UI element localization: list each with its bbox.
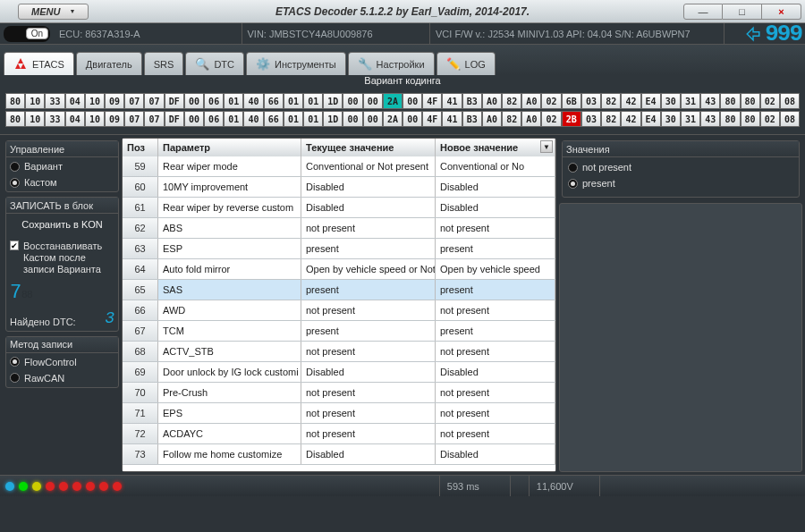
byte-cell[interactable]: 07	[124, 111, 144, 127]
byte-cell[interactable]: 10	[85, 111, 105, 127]
byte-cell[interactable]: 82	[601, 111, 621, 127]
byte-cell[interactable]: 00	[363, 111, 383, 127]
menu-button[interactable]: MENU	[18, 4, 89, 20]
table-row[interactable]: 66AWDnot presentnot present	[123, 300, 555, 321]
grid-body[interactable]: 59Rear wiper modeConventional or Not pre…	[123, 156, 555, 471]
byte-cell[interactable]: 80	[720, 111, 740, 127]
radio-not-present[interactable]: not present	[568, 162, 793, 173]
byte-cell[interactable]: 41	[442, 93, 462, 109]
byte-cell[interactable]: 04	[65, 111, 85, 127]
power-toggle[interactable]: On	[4, 26, 50, 42]
save-kon[interactable]: Сохранить в KON	[10, 219, 114, 230]
byte-cell[interactable]: 4F	[422, 111, 442, 127]
tab-srs[interactable]: SRS	[144, 52, 184, 75]
byte-cell[interactable]: 02	[541, 111, 561, 127]
byte-cell[interactable]: 1D	[323, 111, 343, 127]
table-row[interactable]: 72ACDAYCnot presentnot present	[123, 424, 555, 444]
radio-variant[interactable]: Вариант	[10, 161, 114, 172]
byte-cell[interactable]: 42	[621, 111, 640, 127]
byte-cell[interactable]: 31	[681, 111, 700, 127]
byte-cell[interactable]: E4	[641, 111, 661, 127]
byte-cell[interactable]: 31	[681, 93, 700, 109]
byte-cell[interactable]: 6B	[562, 93, 581, 109]
byte-cell[interactable]: A0	[482, 111, 502, 127]
byte-cell[interactable]: 66	[264, 111, 284, 127]
chevron-down-icon[interactable]: ▼	[540, 140, 553, 153]
byte-cell[interactable]: 03	[581, 93, 601, 109]
byte-cell[interactable]: 80	[741, 93, 760, 109]
table-row[interactable]: 6010MY improvementDisabledDisabled	[123, 177, 555, 198]
byte-cell[interactable]: A0	[482, 93, 502, 109]
byte-cell[interactable]: 80	[5, 93, 25, 109]
table-row[interactable]: 68ACTV_STBnot presentnot present	[123, 342, 555, 362]
byte-cell[interactable]: DF	[165, 93, 184, 109]
byte-cell[interactable]: 66	[264, 93, 284, 109]
byte-cell[interactable]: 40	[243, 93, 263, 109]
byte-cell[interactable]: 30	[661, 111, 681, 127]
byte-cell[interactable]: 02	[760, 93, 780, 109]
table-row[interactable]: 63ESPpresentpresent	[123, 239, 555, 259]
radio-present[interactable]: present	[568, 178, 793, 189]
tab-dtc[interactable]: 🔍DTC	[185, 52, 244, 75]
byte-cell[interactable]: A0	[521, 111, 541, 127]
radio-flowcontrol[interactable]: FlowControl	[10, 357, 114, 367]
byte-cell[interactable]: 80	[741, 111, 760, 127]
byte-cell[interactable]: 01	[284, 111, 303, 127]
byte-cell[interactable]: 07	[144, 93, 164, 109]
byte-cell[interactable]: 2A	[383, 93, 402, 109]
byte-cell[interactable]: B3	[462, 93, 482, 109]
byte-cell[interactable]: 43	[700, 111, 720, 127]
close-button[interactable]: ×	[762, 4, 801, 20]
byte-cell[interactable]: 07	[124, 93, 144, 109]
byte-cell[interactable]: B3	[462, 111, 482, 127]
byte-cell[interactable]: 10	[25, 93, 45, 109]
col-pos[interactable]: Поз	[123, 139, 158, 156]
byte-cell[interactable]: 10	[25, 111, 45, 127]
table-row[interactable]: 62ABSnot presentnot present	[123, 218, 555, 239]
byte-cell[interactable]: DF	[165, 111, 184, 127]
byte-cell[interactable]: 80	[720, 93, 740, 109]
table-row[interactable]: 69Door unlock by IG lock customiDisabled…	[123, 362, 555, 383]
byte-cell[interactable]: 09	[105, 111, 124, 127]
byte-cell[interactable]: 00	[343, 111, 362, 127]
byte-cell[interactable]: 41	[442, 111, 462, 127]
maximize-button[interactable]: □	[723, 4, 762, 20]
byte-cell[interactable]: 01	[303, 93, 323, 109]
byte-cell[interactable]: 02	[760, 111, 780, 127]
byte-cell[interactable]: 82	[502, 93, 521, 109]
byte-cell[interactable]: 42	[621, 93, 640, 109]
tab-log[interactable]: ✏️LOG	[436, 52, 496, 75]
byte-cell[interactable]: 01	[224, 93, 243, 109]
byte-cell[interactable]: 00	[184, 111, 204, 127]
byte-cell[interactable]: 08	[780, 93, 800, 109]
col-current[interactable]: Текущее значение	[301, 139, 436, 156]
table-row[interactable]: 70Pre-Crushnot presentnot present	[123, 383, 555, 403]
table-row[interactable]: 73Follow me home customizeDisabledDisabl…	[123, 444, 555, 465]
byte-cell[interactable]: 30	[661, 93, 681, 109]
byte-cell[interactable]: A0	[521, 93, 541, 109]
table-row[interactable]: 67TCMpresentpresent	[123, 321, 555, 342]
byte-cell[interactable]: 08	[780, 111, 800, 127]
byte-cell[interactable]: 00	[184, 93, 204, 109]
radio-rawcan[interactable]: RawCAN	[10, 373, 114, 384]
byte-cell[interactable]: 00	[363, 93, 383, 109]
byte-cell[interactable]: 33	[45, 111, 64, 127]
restore-checkbox[interactable]: ✔Восстанавливать Кастом после записи Вар…	[10, 241, 114, 276]
byte-cell[interactable]: 80	[5, 111, 25, 127]
byte-cell[interactable]: 00	[402, 93, 422, 109]
byte-cell[interactable]: 82	[502, 111, 521, 127]
byte-cell[interactable]: 43	[700, 93, 720, 109]
byte-cell[interactable]: E4	[641, 93, 661, 109]
byte-cell[interactable]: 02	[541, 93, 561, 109]
byte-cell[interactable]: 40	[243, 111, 263, 127]
tab-settings[interactable]: 🔧Настройки	[348, 52, 435, 75]
byte-cell[interactable]: 01	[303, 111, 323, 127]
byte-cell[interactable]: 09	[105, 93, 124, 109]
table-row[interactable]: 59Rear wiper modeConventional or Not pre…	[123, 156, 555, 177]
radio-custom[interactable]: Кастом	[10, 177, 114, 188]
byte-cell[interactable]: 01	[284, 93, 303, 109]
byte-cell[interactable]: 04	[65, 93, 85, 109]
byte-cell[interactable]: 06	[204, 93, 224, 109]
byte-cell[interactable]: 07	[144, 111, 164, 127]
tab-engine[interactable]: Двигатель	[76, 52, 142, 75]
